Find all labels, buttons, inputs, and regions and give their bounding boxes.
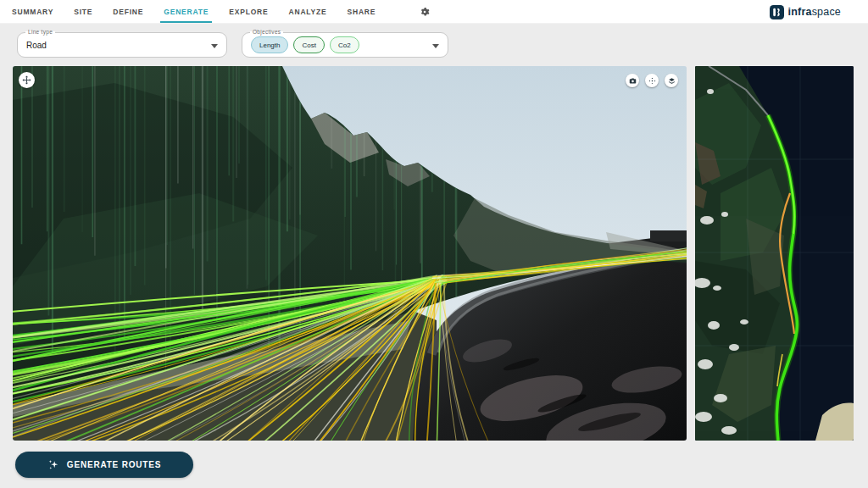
brand-logo: infraspace: [770, 0, 841, 24]
brand-name: infraspace: [788, 6, 841, 18]
terrain-3d-viewport[interactable]: [13, 66, 687, 441]
tab-share[interactable]: SHARE: [347, 0, 376, 23]
settings-gear-icon[interactable]: [420, 7, 430, 17]
tab-site[interactable]: SITE: [74, 0, 92, 23]
brand-name-light: space: [812, 6, 841, 18]
tab-label: ANALYZE: [289, 8, 327, 16]
tab-generate[interactable]: GENERATE: [164, 0, 209, 23]
objectives-label: Objectives: [250, 29, 283, 35]
chevron-down-icon: [432, 44, 439, 48]
brand-name-bold: infra: [788, 6, 812, 18]
line-type-label: Line type: [25, 29, 55, 35]
line-type-select[interactable]: Line type Road: [17, 32, 227, 58]
tab-summary[interactable]: SUMMARY: [12, 0, 53, 23]
infraspace-logo-icon: [770, 5, 784, 19]
objective-chip-length[interactable]: Length: [251, 36, 288, 53]
tab-label: DEFINE: [113, 8, 143, 16]
generate-routes-label: GENERATE ROUTES: [67, 460, 161, 469]
objective-chip-cost[interactable]: Cost: [293, 36, 324, 53]
terrain-3d-scene: [13, 66, 687, 441]
sparkles-icon: [47, 459, 59, 471]
tab-explore[interactable]: EXPLORE: [229, 0, 268, 23]
overview-minimap[interactable]: [695, 66, 854, 441]
top-navbar: SUMMARY SITE DEFINE GENERATE EXPLORE ANA…: [0, 0, 868, 24]
pan-move-icon[interactable]: [19, 72, 35, 88]
objectives-select[interactable]: Objectives Length Cost Co2: [242, 32, 448, 58]
chevron-down-icon: [211, 44, 218, 48]
line-type-value: Road: [26, 41, 47, 50]
tab-label: GENERATE: [164, 8, 209, 16]
tab-define[interactable]: DEFINE: [113, 0, 143, 23]
center-view-icon[interactable]: [645, 74, 659, 87]
layers-icon[interactable]: [665, 74, 678, 87]
tab-label: SUMMARY: [12, 8, 53, 16]
minimap-scene: [695, 66, 854, 441]
nav-tabs: SUMMARY SITE DEFINE GENERATE EXPLORE ANA…: [0, 0, 430, 23]
tab-analyze[interactable]: ANALYZE: [289, 0, 327, 23]
generate-routes-button[interactable]: GENERATE ROUTES: [15, 452, 193, 478]
tab-label: SHARE: [347, 8, 376, 16]
objective-chip-co2[interactable]: Co2: [330, 36, 359, 53]
tab-label: EXPLORE: [229, 8, 268, 16]
tab-label: SITE: [74, 8, 92, 16]
camera-icon[interactable]: [626, 74, 639, 87]
